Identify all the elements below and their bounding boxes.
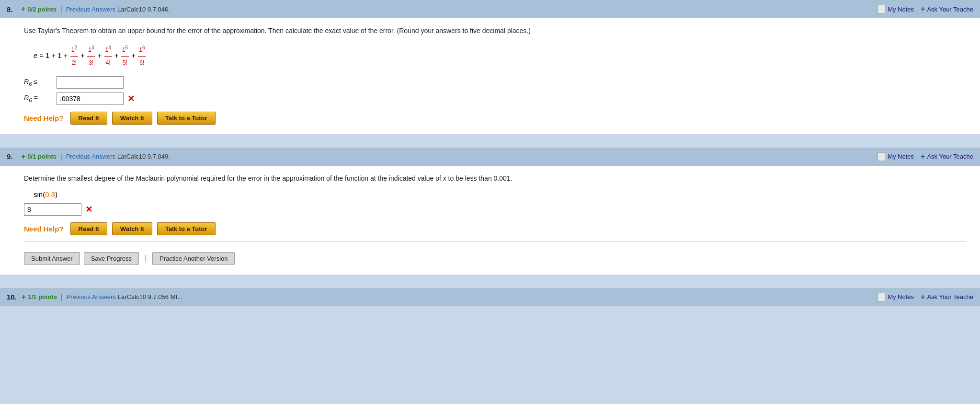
ref-9: LarCalc10 9.7.049.: [117, 153, 170, 160]
question-8-points: 0/2 points: [27, 6, 57, 13]
gap-bottom: [0, 283, 980, 288]
question-9-body: Determine the smallest degree of the Mac…: [0, 166, 980, 275]
talk-to-tutor-btn-8[interactable]: Talk to a Tutor: [157, 112, 216, 125]
math-formula-8: e ≈ 1 + 1 + 12 2! + 13 3! + 14 4! + 15 5…: [34, 43, 966, 69]
question-9-points: 0/1 points: [27, 153, 57, 160]
need-help-row-8: Need Help? Read It Watch It Talk to a Tu…: [24, 112, 966, 125]
frac-1: 12 2!: [70, 43, 78, 69]
watch-it-btn-8[interactable]: Watch It: [112, 112, 152, 125]
prev-answers-10[interactable]: Previous Answers: [67, 293, 116, 300]
header-right-10: My Notes + Ask Your Teache: [877, 293, 973, 301]
save-progress-btn[interactable]: Save Progress: [84, 252, 139, 265]
read-it-btn-9[interactable]: Read It: [70, 222, 107, 235]
answer-row-9: ✕: [24, 203, 966, 216]
watch-it-btn-9[interactable]: Watch It: [112, 222, 152, 235]
my-notes-btn-8[interactable]: My Notes: [877, 5, 914, 13]
gap-between-questions: [0, 143, 980, 148]
question-9-text: Determine the smallest degree of the Mac…: [24, 173, 966, 184]
frac-2: 13 3!: [87, 43, 95, 69]
notes-icon-8: [877, 5, 885, 13]
question-8-text: Use Taylor's Theorem to obtain an upper …: [24, 26, 966, 36]
my-notes-label-9: My Notes: [888, 153, 914, 160]
question-9-number: 9.: [7, 152, 16, 161]
my-notes-label-8: My Notes: [888, 6, 914, 13]
question-10-points: 1/1 points: [28, 293, 57, 300]
separator-9: |: [60, 153, 62, 161]
notes-icon-10: [877, 293, 885, 301]
q9-wrong-icon: ✕: [85, 204, 92, 215]
r6-eq-input[interactable]: [57, 92, 124, 105]
ask-tutor-btn-9[interactable]: + Ask Your Teache: [921, 152, 973, 161]
need-help-label-9: Need Help?: [24, 225, 64, 233]
r6-wrong-icon: ✕: [127, 93, 135, 104]
my-notes-label-10: My Notes: [888, 293, 914, 300]
question-10-header: 10. + 1/1 points | Previous Answers LarC…: [0, 288, 980, 306]
blue-plus-icon-9: +: [921, 152, 925, 161]
talk-to-tutor-btn-9[interactable]: Talk to a Tutor: [157, 222, 216, 235]
question-8-points-badge: + 0/2 points: [21, 5, 57, 13]
function-display-9: sin(0.8): [34, 190, 966, 198]
ask-tutor-label-8: Ask Your Teache: [927, 6, 973, 13]
ask-tutor-label-10: Ask Your Teache: [927, 293, 973, 300]
plus-4: +: [131, 51, 137, 59]
ask-tutor-label-9: Ask Your Teache: [927, 153, 973, 160]
sin-arg: 0.8: [45, 190, 55, 198]
separator-10: |: [61, 293, 63, 301]
question-9-header: 9. + 0/1 points | Previous Answers LarCa…: [0, 148, 980, 166]
header-right-9: My Notes + Ask Your Teache: [877, 152, 973, 161]
math-e: e: [34, 51, 37, 59]
my-notes-btn-9[interactable]: My Notes: [877, 152, 914, 161]
prev-answers-9[interactable]: Previous Answers: [66, 153, 115, 160]
math-approx-sym: ≈ 1 + 1 +: [40, 51, 70, 59]
blue-plus-icon-8: +: [921, 5, 925, 13]
ref-10: LarCalc10 9.7.056 MI...: [118, 293, 182, 300]
my-notes-btn-10[interactable]: My Notes: [877, 293, 914, 301]
r6-leq-label: R6 ≤: [24, 78, 53, 87]
r6-eq-label: R6 =: [24, 94, 53, 103]
question-8-block: 8. + 0/2 points | Previous Answers LarCa…: [0, 0, 980, 134]
r6-leq-input[interactable]: [57, 76, 124, 89]
need-help-label-8: Need Help?: [24, 114, 64, 122]
submit-answer-btn[interactable]: Submit Answer: [24, 252, 80, 265]
question-10-points-badge: + 1/1 points: [22, 293, 57, 301]
ref-8: LarCalc10 9.7.046.: [117, 6, 170, 13]
question-9-block: 9. + 0/1 points | Previous Answers LarCa…: [0, 148, 980, 275]
practice-another-btn[interactable]: Practice Another Version: [152, 252, 235, 265]
divider-9: [24, 241, 966, 242]
header-right-8: My Notes + Ask Your Teache: [877, 5, 973, 13]
submit-row-9: Submit Answer Save Progress | Practice A…: [24, 250, 966, 265]
plus-3: +: [114, 51, 121, 59]
question-8-header: 8. + 0/2 points | Previous Answers LarCa…: [0, 0, 980, 18]
question-9-points-badge: + 0/1 points: [21, 152, 57, 161]
question-8-body: Use Taylor's Theorem to obtain an upper …: [0, 18, 980, 134]
green-plus-icon-10: +: [22, 293, 26, 301]
ask-tutor-btn-10[interactable]: + Ask Your Teache: [921, 293, 973, 301]
question-8-number: 8.: [7, 5, 16, 13]
r6-eq-row: R6 = ✕: [24, 92, 966, 105]
prev-answers-8[interactable]: Previous Answers: [66, 6, 115, 13]
frac-5: 16 6!: [138, 43, 146, 69]
green-plus-icon-8: +: [21, 5, 25, 13]
q9-answer-input[interactable]: [24, 203, 81, 216]
vert-divider: |: [145, 254, 147, 263]
plus-1: +: [80, 51, 87, 59]
ask-tutor-btn-8[interactable]: + Ask Your Teache: [921, 5, 973, 13]
r6-leq-row: R6 ≤: [24, 76, 966, 89]
question-10-number: 10.: [7, 293, 17, 301]
blue-plus-icon-10: +: [921, 293, 925, 301]
frac-4: 15 5!: [121, 43, 129, 69]
need-help-row-9: Need Help? Read It Watch It Talk to a Tu…: [24, 222, 966, 235]
notes-icon-9: [877, 152, 885, 161]
frac-3: 14 4!: [104, 43, 112, 69]
plus-2: +: [98, 51, 104, 59]
green-plus-icon-9: +: [21, 152, 25, 161]
read-it-btn-8[interactable]: Read It: [70, 112, 107, 125]
separator-8: |: [60, 5, 62, 13]
